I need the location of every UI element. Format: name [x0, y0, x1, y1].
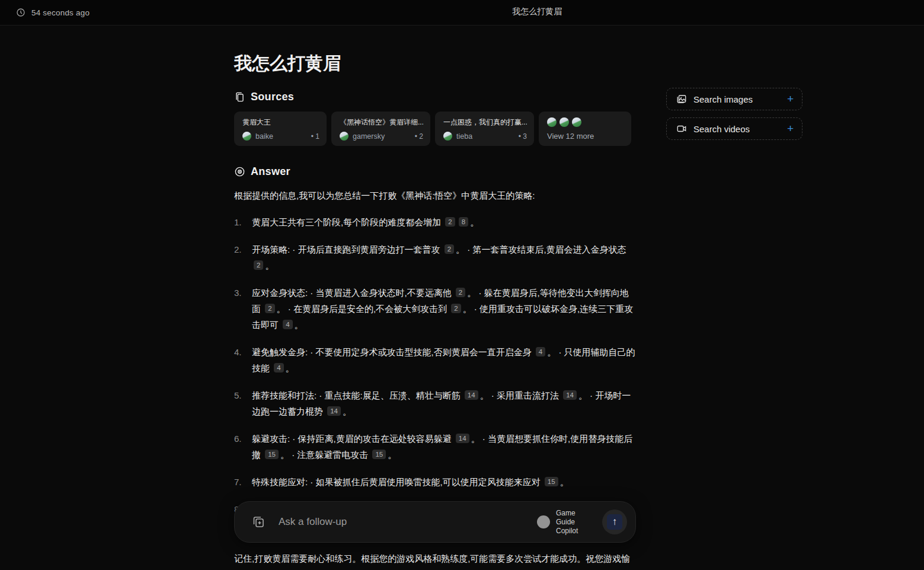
source-count: • 1: [311, 132, 319, 141]
list-item-text: 推荐技能和打法: · 重点技能:展足、压溃、精壮与断筋 14。 · 采用重击流打…: [252, 387, 636, 419]
list-item-text: 应对金身状态: · 当黄眉进入金身状态时,不要远离他 2。 · 躲在黄眉身后,等…: [252, 285, 636, 333]
list-number: 1.: [234, 214, 252, 230]
followup-input[interactable]: [279, 516, 537, 528]
plus-icon: +: [787, 93, 794, 106]
source-card[interactable]: 一点困惑，我们真的打赢... tieba • 3: [435, 112, 534, 146]
answer-list-item: 5.推荐技能和打法: · 重点技能:展足、压溃、精壮与断筋 14。 · 采用重击…: [234, 387, 636, 419]
source-meta: baike • 1: [242, 132, 319, 141]
citation-badge[interactable]: 14: [563, 390, 577, 400]
view-more-label: View 12 more: [547, 132, 624, 141]
citation-badge[interactable]: 2: [254, 260, 263, 270]
source-title: 一点困惑，我们真的打赢...: [443, 117, 527, 128]
view-more-card[interactable]: View 12 more: [539, 112, 631, 146]
media-sidebar: Search images + Search videos +: [666, 88, 802, 147]
list-number: 7.: [234, 474, 252, 490]
followup-bar: Game Guide Copilot ↑: [234, 501, 636, 543]
source-meta: gamersky • 2: [340, 132, 423, 141]
search-videos-label: Search videos: [693, 124, 750, 134]
citation-badge[interactable]: 2: [445, 244, 454, 254]
answer-list-item: 6.躲避攻击: · 保持距离,黄眉的攻击在远处较容易躲避 14。 · 当黄眉想要…: [234, 431, 636, 463]
site-favicon: [572, 117, 581, 127]
site-favicon: [443, 132, 452, 141]
plus-icon: +: [787, 122, 794, 135]
list-item-text: 黄眉大王共有三个阶段,每个阶段的难度都会增加 28。: [252, 214, 636, 230]
answer-label: Answer: [251, 165, 290, 178]
page-title: 我怎么打黄眉: [234, 52, 636, 75]
citation-badge[interactable]: 4: [283, 320, 292, 329]
citation-badge[interactable]: 15: [545, 477, 558, 486]
source-domain: gamersky: [353, 132, 385, 141]
main-area: 我怎么打黄眉 Sources 黄眉大王 baike • 1 《黑神话悟空》黄眉详…: [0, 26, 924, 570]
list-number: 3.: [234, 285, 252, 333]
site-favicon: [340, 132, 349, 141]
list-item-text: 开场策略: · 开场后直接跑到黄眉旁边打一套普攻 2。 · 第一套普攻结束后,黄…: [252, 241, 636, 273]
answer-list-item: 4.避免触发金身: · 不要使用定身术或攻击型技能,否则黄眉会一直开启金身 4。…: [234, 344, 636, 376]
source-card[interactable]: 黄眉大王 baike • 1: [234, 112, 327, 146]
list-number: 5.: [234, 387, 252, 419]
copilot-knob-icon: [537, 515, 550, 528]
search-images-button[interactable]: Search images +: [666, 88, 802, 110]
citation-badge[interactable]: 4: [536, 347, 545, 356]
answer-list-item: 7.特殊技能应对: · 如果被抓住后黄眉使用唤雷技能,可以使用定风技能来应对 1…: [234, 474, 636, 490]
image-icon: [676, 94, 687, 104]
citation-badge[interactable]: 14: [456, 434, 469, 443]
video-camera-icon: [676, 123, 687, 134]
citation-badge[interactable]: 14: [327, 406, 341, 416]
search-videos-button[interactable]: Search videos +: [666, 117, 802, 140]
source-count: • 2: [415, 132, 423, 141]
timestamp: 54 seconds ago: [31, 8, 89, 17]
source-domain: baike: [255, 132, 273, 141]
citation-badge[interactable]: 4: [274, 363, 283, 372]
source-title: 黄眉大王: [242, 117, 319, 128]
list-item-text: 躲避攻击: · 保持距离,黄眉的攻击在远处较容易躲避 14。 · 当黄眉想要抓住…: [252, 431, 636, 463]
sources-header: Sources: [234, 91, 636, 103]
search-images-label: Search images: [693, 94, 753, 104]
source-cards: 黄眉大王 baike • 1 《黑神话悟空》黄眉详细... gamersky •…: [234, 112, 636, 146]
submit-button[interactable]: ↑: [602, 510, 627, 534]
source-card[interactable]: 《黑神话悟空》黄眉详细... gamersky • 2: [331, 112, 430, 146]
source-meta: tieba • 3: [443, 132, 527, 141]
citation-badge[interactable]: 2: [445, 217, 455, 227]
answer-list-item: 3.应对金身状态: · 当黄眉进入金身状态时,不要远离他 2。 · 躲在黄眉身后…: [234, 285, 636, 333]
site-favicon: [242, 132, 251, 141]
answer-intro: 根据提供的信息,我可以为您总结一下打败《黑神话:悟空》中黄眉大王的策略:: [234, 187, 636, 203]
clock-icon: [16, 8, 25, 17]
answer-icon: [234, 166, 245, 177]
citation-badge[interactable]: 15: [265, 450, 279, 459]
copilot-label: Game Guide Copilot: [556, 509, 589, 536]
answer-header: Answer: [234, 165, 636, 178]
citation-badge[interactable]: 15: [372, 450, 386, 459]
copilot-toggle[interactable]: Game Guide Copilot: [537, 509, 589, 536]
source-count: • 3: [519, 132, 527, 141]
citation-badge[interactable]: 2: [456, 288, 465, 297]
site-favicon: [559, 117, 569, 127]
citation-badge[interactable]: 2: [451, 304, 461, 313]
list-item-text: 避免触发金身: · 不要使用定身术或攻击型技能,否则黄眉会一直开启金身 4。 ·…: [252, 344, 636, 376]
top-bar: 54 seconds ago 我怎么打黄眉: [0, 0, 924, 26]
answer-list-item: 1.黄眉大王共有三个阶段,每个阶段的难度都会增加 28。: [234, 214, 636, 230]
list-item-text: 特殊技能应对: · 如果被抓住后黄眉使用唤雷技能,可以使用定风技能来应对 15。: [252, 474, 636, 490]
list-number: 2.: [234, 241, 252, 273]
list-number: 6.: [234, 431, 252, 463]
answer-list-item: 2.开场策略: · 开场后直接跑到黄眉旁边打一套普攻 2。 · 第一套普攻结束后…: [234, 241, 636, 273]
answer-list: 1.黄眉大王共有三个阶段,每个阶段的难度都会增加 28。2.开场策略: · 开场…: [234, 214, 636, 517]
citation-badge[interactable]: 14: [465, 390, 478, 400]
site-favicon: [547, 117, 557, 127]
citation-badge[interactable]: 8: [459, 217, 468, 227]
source-domain: tieba: [456, 132, 472, 141]
thread-title: 我怎么打黄眉: [512, 7, 562, 17]
list-number: 4.: [234, 344, 252, 376]
add-context-icon[interactable]: [251, 515, 266, 529]
source-title: 《黑神话悟空》黄眉详细...: [340, 117, 423, 128]
sources-label: Sources: [251, 91, 294, 103]
content-column: 我怎么打黄眉 Sources 黄眉大王 baike • 1 《黑神话悟空》黄眉详…: [234, 26, 636, 528]
up-arrow-icon: ↑: [607, 514, 622, 530]
favicon-row: [547, 117, 624, 127]
citation-badge[interactable]: 2: [265, 304, 274, 313]
sources-icon: [234, 91, 245, 103]
answer-outro: 记住,打败黄眉需要耐心和练习。根据您的游戏风格和熟练度,可能需要多次尝试才能成功…: [234, 550, 636, 570]
